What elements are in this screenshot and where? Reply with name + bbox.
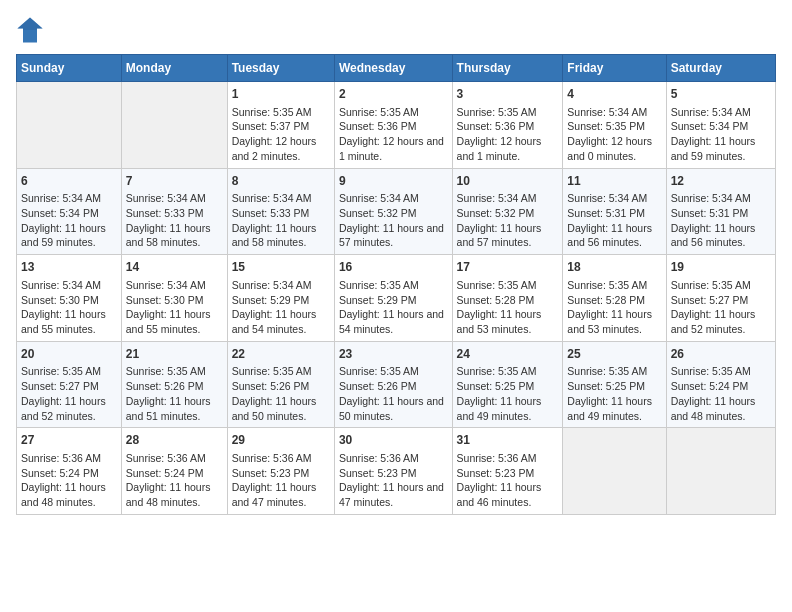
sunset-text: Sunset: 5:32 PM (339, 207, 417, 219)
sunrise-text: Sunrise: 5:36 AM (126, 452, 206, 464)
sunrise-text: Sunrise: 5:34 AM (671, 192, 751, 204)
sunset-text: Sunset: 5:23 PM (232, 467, 310, 479)
day-number: 24 (457, 346, 559, 363)
daylight-text: Daylight: 11 hours and 58 minutes. (232, 222, 317, 249)
sunrise-text: Sunrise: 5:36 AM (21, 452, 101, 464)
daylight-text: Daylight: 11 hours and 47 minutes. (339, 481, 444, 508)
daylight-text: Daylight: 11 hours and 49 minutes. (567, 395, 652, 422)
sunset-text: Sunset: 5:31 PM (671, 207, 749, 219)
col-header-wednesday: Wednesday (334, 55, 452, 82)
day-number: 31 (457, 432, 559, 449)
calendar-cell: 7Sunrise: 5:34 AMSunset: 5:33 PMDaylight… (121, 168, 227, 255)
daylight-text: Daylight: 11 hours and 48 minutes. (21, 481, 106, 508)
sunrise-text: Sunrise: 5:35 AM (567, 365, 647, 377)
day-number: 1 (232, 86, 330, 103)
calendar-week-row: 27Sunrise: 5:36 AMSunset: 5:24 PMDayligh… (17, 428, 776, 515)
daylight-text: Daylight: 11 hours and 56 minutes. (567, 222, 652, 249)
calendar-cell: 17Sunrise: 5:35 AMSunset: 5:28 PMDayligh… (452, 255, 563, 342)
sunset-text: Sunset: 5:26 PM (126, 380, 204, 392)
daylight-text: Daylight: 11 hours and 57 minutes. (339, 222, 444, 249)
calendar-cell: 11Sunrise: 5:34 AMSunset: 5:31 PMDayligh… (563, 168, 666, 255)
day-number: 5 (671, 86, 771, 103)
sunset-text: Sunset: 5:26 PM (339, 380, 417, 392)
day-number: 17 (457, 259, 559, 276)
day-number: 9 (339, 173, 448, 190)
sunrise-text: Sunrise: 5:35 AM (339, 106, 419, 118)
day-number: 20 (21, 346, 117, 363)
calendar-cell: 3Sunrise: 5:35 AMSunset: 5:36 PMDaylight… (452, 82, 563, 169)
day-number: 3 (457, 86, 559, 103)
sunset-text: Sunset: 5:25 PM (567, 380, 645, 392)
calendar-cell: 31Sunrise: 5:36 AMSunset: 5:23 PMDayligh… (452, 428, 563, 515)
sunrise-text: Sunrise: 5:34 AM (457, 192, 537, 204)
sunset-text: Sunset: 5:23 PM (457, 467, 535, 479)
daylight-text: Daylight: 11 hours and 50 minutes. (339, 395, 444, 422)
sunrise-text: Sunrise: 5:35 AM (457, 106, 537, 118)
day-number: 11 (567, 173, 661, 190)
calendar-table: SundayMondayTuesdayWednesdayThursdayFrid… (16, 54, 776, 515)
sunset-text: Sunset: 5:32 PM (457, 207, 535, 219)
sunrise-text: Sunrise: 5:34 AM (232, 279, 312, 291)
calendar-week-row: 1Sunrise: 5:35 AMSunset: 5:37 PMDaylight… (17, 82, 776, 169)
daylight-text: Daylight: 11 hours and 46 minutes. (457, 481, 542, 508)
calendar-cell (563, 428, 666, 515)
sunset-text: Sunset: 5:24 PM (126, 467, 204, 479)
day-number: 27 (21, 432, 117, 449)
sunset-text: Sunset: 5:33 PM (232, 207, 310, 219)
calendar-cell (666, 428, 775, 515)
sunrise-text: Sunrise: 5:35 AM (457, 279, 537, 291)
col-header-tuesday: Tuesday (227, 55, 334, 82)
sunrise-text: Sunrise: 5:34 AM (232, 192, 312, 204)
sunrise-text: Sunrise: 5:34 AM (21, 192, 101, 204)
calendar-cell: 21Sunrise: 5:35 AMSunset: 5:26 PMDayligh… (121, 341, 227, 428)
sunset-text: Sunset: 5:28 PM (457, 294, 535, 306)
day-number: 4 (567, 86, 661, 103)
daylight-text: Daylight: 11 hours and 49 minutes. (457, 395, 542, 422)
sunset-text: Sunset: 5:28 PM (567, 294, 645, 306)
calendar-cell: 28Sunrise: 5:36 AMSunset: 5:24 PMDayligh… (121, 428, 227, 515)
calendar-header-row: SundayMondayTuesdayWednesdayThursdayFrid… (17, 55, 776, 82)
calendar-cell: 13Sunrise: 5:34 AMSunset: 5:30 PMDayligh… (17, 255, 122, 342)
calendar-cell: 4Sunrise: 5:34 AMSunset: 5:35 PMDaylight… (563, 82, 666, 169)
sunset-text: Sunset: 5:27 PM (21, 380, 99, 392)
day-number: 26 (671, 346, 771, 363)
sunset-text: Sunset: 5:29 PM (232, 294, 310, 306)
logo (16, 16, 48, 44)
sunrise-text: Sunrise: 5:34 AM (567, 192, 647, 204)
sunset-text: Sunset: 5:34 PM (671, 120, 749, 132)
calendar-cell: 29Sunrise: 5:36 AMSunset: 5:23 PMDayligh… (227, 428, 334, 515)
sunrise-text: Sunrise: 5:36 AM (457, 452, 537, 464)
calendar-cell: 5Sunrise: 5:34 AMSunset: 5:34 PMDaylight… (666, 82, 775, 169)
sunrise-text: Sunrise: 5:35 AM (21, 365, 101, 377)
sunrise-text: Sunrise: 5:35 AM (671, 279, 751, 291)
daylight-text: Daylight: 11 hours and 56 minutes. (671, 222, 756, 249)
sunrise-text: Sunrise: 5:35 AM (126, 365, 206, 377)
calendar-cell: 14Sunrise: 5:34 AMSunset: 5:30 PMDayligh… (121, 255, 227, 342)
day-number: 15 (232, 259, 330, 276)
day-number: 19 (671, 259, 771, 276)
day-number: 12 (671, 173, 771, 190)
sunrise-text: Sunrise: 5:34 AM (21, 279, 101, 291)
sunset-text: Sunset: 5:35 PM (567, 120, 645, 132)
daylight-text: Daylight: 12 hours and 0 minutes. (567, 135, 652, 162)
calendar-cell: 8Sunrise: 5:34 AMSunset: 5:33 PMDaylight… (227, 168, 334, 255)
day-number: 14 (126, 259, 223, 276)
sunrise-text: Sunrise: 5:35 AM (339, 365, 419, 377)
daylight-text: Daylight: 11 hours and 58 minutes. (126, 222, 211, 249)
calendar-cell: 30Sunrise: 5:36 AMSunset: 5:23 PMDayligh… (334, 428, 452, 515)
day-number: 8 (232, 173, 330, 190)
sunset-text: Sunset: 5:36 PM (339, 120, 417, 132)
calendar-cell: 24Sunrise: 5:35 AMSunset: 5:25 PMDayligh… (452, 341, 563, 428)
daylight-text: Daylight: 11 hours and 52 minutes. (21, 395, 106, 422)
day-number: 18 (567, 259, 661, 276)
day-number: 29 (232, 432, 330, 449)
day-number: 30 (339, 432, 448, 449)
sunset-text: Sunset: 5:25 PM (457, 380, 535, 392)
sunset-text: Sunset: 5:27 PM (671, 294, 749, 306)
calendar-cell: 18Sunrise: 5:35 AMSunset: 5:28 PMDayligh… (563, 255, 666, 342)
calendar-cell: 25Sunrise: 5:35 AMSunset: 5:25 PMDayligh… (563, 341, 666, 428)
daylight-text: Daylight: 11 hours and 59 minutes. (21, 222, 106, 249)
calendar-cell: 2Sunrise: 5:35 AMSunset: 5:36 PMDaylight… (334, 82, 452, 169)
daylight-text: Daylight: 11 hours and 54 minutes. (339, 308, 444, 335)
daylight-text: Daylight: 11 hours and 52 minutes. (671, 308, 756, 335)
